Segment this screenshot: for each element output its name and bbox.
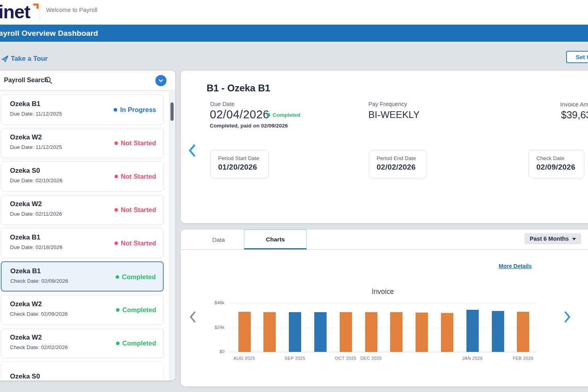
y-axis-tick: $24k (200, 325, 224, 330)
y-axis-tick: $48k (200, 300, 224, 305)
status-dot-icon (114, 208, 118, 212)
take-a-tour-link[interactable]: Take a Tour (2, 55, 48, 63)
chevron-left-icon (188, 152, 197, 158)
status-badge: Not Started (114, 173, 156, 180)
status-label: Completed (122, 273, 156, 281)
top-bar: inet Welcome to Payroll (0, 0, 588, 25)
invoice-bar (441, 313, 453, 352)
chart-card: Data Charts Past 6 Months More Details I… (181, 230, 588, 386)
payroll-name: Ozeka W2 (10, 334, 42, 342)
payroll-date: Due Date: 02/11/2026 (10, 211, 62, 217)
invoice-bar (365, 312, 377, 352)
search-icon[interactable] (44, 76, 52, 86)
collapse-panel-button[interactable] (155, 75, 166, 86)
list-item[interactable]: Ozeka W2 Due Date: 11/12/2025 Not Starte… (1, 128, 164, 158)
paper-plane-icon (2, 56, 8, 62)
set-up-button[interactable]: Set U (566, 51, 588, 63)
chevron-left-icon (189, 318, 197, 324)
invoice-bar (416, 313, 428, 352)
detail-title: B1 - Ozeka B1 (207, 83, 270, 94)
status-dot-icon (116, 342, 120, 345)
payroll-name: Ozeka S0 (10, 373, 40, 379)
x-axis-tick: JAN 2026 (455, 356, 490, 361)
list-scrollbar-thumb[interactable] (170, 102, 174, 121)
status-badge: Completed (116, 340, 156, 347)
invoice-bar (390, 312, 402, 352)
period-start-card: Period Start Date 01/20/2026 (210, 150, 269, 178)
chevron-right-icon (563, 318, 571, 324)
payroll-dashboard: { "header": { "logo_text": "inet", "welc… (0, 0, 588, 392)
status-dot-icon (114, 141, 118, 145)
invoice-bar (466, 310, 479, 352)
gridline (228, 303, 537, 303)
page-title: Payroll Overview Dashboard (0, 29, 98, 38)
chevron-down-icon (158, 78, 164, 83)
payroll-search-title: Payroll Search (4, 77, 48, 84)
list-item[interactable]: Ozeka B1 Check Date: 02/09/2026 Complete… (1, 261, 164, 292)
due-date-value: 02/04/2026 (210, 108, 269, 121)
check-date-label: Check Date (536, 155, 584, 161)
welcome-text: Welcome to Payroll (46, 6, 97, 13)
header-divider (40, 5, 40, 20)
payroll-date: Check Date: 02/09/2026 (10, 278, 68, 284)
status-dot-icon (116, 275, 119, 279)
logo-bracket-icon (33, 4, 39, 9)
payroll-date: Check Date: 02/09/2026 (10, 311, 68, 317)
previous-payroll-button[interactable] (188, 144, 197, 157)
list-scrollbar-track[interactable] (169, 91, 175, 380)
list-item[interactable]: Ozeka B1 Due Date: 02/18/2026 Not Starte… (1, 228, 164, 258)
x-axis-tick: FEB 2026 (505, 356, 541, 361)
due-date-label: Due Date (210, 101, 234, 107)
company-logo: inet (0, 1, 30, 23)
y-axis-tick: $0 (200, 349, 224, 354)
status-label: Not Started (121, 206, 156, 214)
payroll-date: Check Date: 02/02/2026 (10, 344, 68, 350)
invoice-bar (263, 312, 276, 352)
take-a-tour-label: Take a Tour (11, 55, 48, 63)
status-badge: Not Started (114, 139, 156, 147)
list-item[interactable]: Ozeka S0 Due Date: 02/10/2026 Not Starte… (1, 161, 164, 191)
list-item[interactable]: Ozeka W2 Due Date: 02/11/2026 Not Starte… (1, 195, 164, 225)
invoice-bar (340, 312, 352, 352)
pay-frequency-label: Pay Frequency (368, 101, 407, 107)
payroll-name: Ozeka S0 (10, 167, 40, 175)
status-label: Not Started (121, 239, 156, 247)
payroll-list: Ozeka B1 Due Date: 11/12/2025 In Progres… (0, 91, 169, 379)
status-dot-icon (114, 241, 118, 245)
chart-scroll-left-button[interactable] (189, 311, 197, 323)
payroll-search-panel: Payroll Search Ozeka B1 Due Date: 11/12/… (0, 71, 175, 380)
payroll-date: Due Date: 11/12/2025 (10, 111, 62, 117)
status-label: Completed (122, 340, 156, 347)
pay-frequency-value: BI-WEEKLY (368, 109, 420, 120)
period-end-card: Period End Date 02/02/2026 (369, 150, 426, 178)
period-start-value: 01/20/2026 (218, 163, 268, 172)
list-item[interactable]: Ozeka W2 Check Date: 02/09/2026 Complete… (1, 295, 164, 325)
check-date-value: 02/09/2026 (536, 163, 584, 172)
due-status-badge: Completed (267, 112, 300, 118)
status-label: Not Started (121, 173, 156, 180)
chart-plot: $0$24k$48kAUG 2025SEP 2025OCT 2025DEC 20… (181, 230, 588, 386)
payroll-name: Ozeka B1 (10, 100, 41, 108)
payroll-search-header: Payroll Search (0, 71, 175, 91)
status-badge: Not Started (114, 206, 156, 214)
invoice-amount-value: $39,63 (561, 109, 588, 121)
list-item[interactable]: Ozeka W2 Check Date: 02/02/2026 Complete… (1, 328, 164, 358)
due-status-label: Completed (273, 112, 300, 118)
status-label: Not Started (121, 139, 156, 147)
payroll-name: Ozeka B1 (10, 267, 41, 275)
status-dot-icon (114, 108, 117, 112)
status-badge: Not Started (114, 239, 156, 247)
invoice-bar (238, 312, 251, 352)
payroll-date: Due Date: 02/10/2026 (10, 178, 62, 183)
invoice-bar (314, 312, 327, 352)
list-item[interactable]: Ozeka B1 Due Date: 11/12/2025 In Progres… (1, 95, 164, 125)
invoice-bar (289, 312, 301, 352)
status-badge: Completed (116, 306, 156, 314)
x-axis-tick: SEP 2025 (277, 356, 313, 361)
chart-scroll-right-button[interactable] (563, 311, 571, 323)
x-axis-tick: AUG 2025 (226, 356, 262, 361)
title-bar: Payroll Overview Dashboard (0, 25, 588, 42)
list-item[interactable]: Ozeka S0 (1, 361, 164, 379)
invoice-amount-label: Invoice Am (560, 101, 588, 108)
completed-dot-icon (267, 113, 270, 117)
